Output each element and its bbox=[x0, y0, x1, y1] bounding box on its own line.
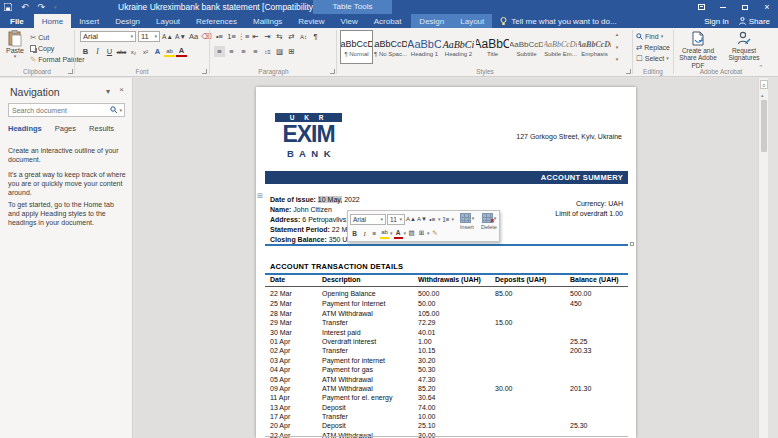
paste-dropdown-icon[interactable]: ▾ bbox=[3, 54, 27, 59]
mini-borders-button[interactable]: ⊞ bbox=[417, 228, 426, 239]
font-dialog-launcher[interactable] bbox=[202, 69, 207, 74]
bullets-button[interactable]: •≡ bbox=[214, 31, 225, 42]
font-size-combo[interactable]: 11▾ bbox=[138, 31, 160, 42]
superscript-button[interactable]: x² bbox=[140, 46, 151, 57]
mini-delete-table-button[interactable]: ×▾ Delete bbox=[478, 213, 500, 241]
styles-dialog-launcher[interactable] bbox=[626, 69, 631, 74]
change-case-button[interactable]: Aa bbox=[188, 31, 199, 42]
grow-font-button[interactable]: A▲ bbox=[162, 31, 173, 42]
detail-name-line[interactable]: Name: John Citizen bbox=[270, 205, 332, 215]
mini-highlight-button[interactable]: ab bbox=[380, 228, 389, 239]
tab-table-design[interactable]: Design bbox=[411, 14, 452, 28]
decrease-indent-button[interactable]: ⇤ bbox=[250, 31, 261, 42]
text-effects-button[interactable]: A bbox=[152, 46, 163, 57]
numbering-button[interactable]: 1≡ bbox=[226, 31, 237, 42]
italic-button[interactable]: I bbox=[92, 46, 103, 57]
select-button[interactable]: ☐Select▾ bbox=[636, 53, 670, 64]
show-paragraph-marks-button[interactable]: ¶ bbox=[310, 31, 321, 42]
collapse-ribbon-icon[interactable]: ⌃ bbox=[758, 64, 764, 72]
borders-button[interactable]: ⊞ bbox=[286, 46, 297, 57]
share-button[interactable]: Share bbox=[739, 17, 770, 26]
nav-tab-results[interactable]: Results bbox=[89, 124, 114, 133]
tell-me-box[interactable]: Tell me what you want to do... bbox=[492, 14, 624, 28]
mini-insert-table-button[interactable]: ▾ Insert bbox=[456, 213, 478, 241]
search-options-icon[interactable]: ▾ bbox=[119, 108, 122, 113]
style-subtle-emphasis[interactable]: AaBbCcDiSubtle Em... bbox=[544, 30, 577, 64]
mini-font-color-button[interactable]: A bbox=[394, 228, 403, 239]
shading-button[interactable]: ▨ bbox=[274, 46, 285, 57]
tab-review[interactable]: Review bbox=[290, 14, 332, 28]
multilevel-list-button[interactable]: ⋮≡ bbox=[238, 31, 249, 42]
styles-gallery-more-icon[interactable]: ▾ bbox=[616, 57, 619, 62]
style-title[interactable]: AaBbCTitle bbox=[476, 30, 509, 64]
style-heading2[interactable]: AaBbCiHeading 2 bbox=[442, 30, 475, 64]
tab-mailings[interactable]: Mailings bbox=[245, 14, 290, 28]
scrollbar-thumb[interactable] bbox=[761, 100, 767, 152]
search-icon[interactable] bbox=[110, 106, 118, 114]
style-no-spacing[interactable]: AaBbCcDc¶ No Spac... bbox=[374, 30, 407, 64]
bold-button[interactable]: B bbox=[80, 46, 91, 57]
style-emphasis[interactable]: AaBbCcDiEmphasis bbox=[578, 30, 611, 64]
tab-design[interactable]: Design bbox=[107, 14, 148, 28]
undo-icon[interactable]: ↶ bbox=[21, 2, 29, 12]
mini-shading-button[interactable]: ▨ bbox=[407, 228, 416, 239]
scroll-up-icon[interactable]: ▴ bbox=[761, 92, 764, 98]
rtl-direction-button[interactable]: ⇄ bbox=[286, 31, 297, 42]
paste-button[interactable]: Paste ▾ bbox=[3, 30, 27, 59]
document-page[interactable]: U K R EXIM B A N K 127 Gorkogo Street, K… bbox=[256, 87, 636, 438]
table-resize-handle[interactable] bbox=[630, 242, 634, 246]
paragraph-dialog-launcher[interactable] bbox=[330, 69, 335, 74]
highlight-button[interactable]: ab bbox=[164, 46, 175, 57]
mini-format-painter-button[interactable]: ✎ bbox=[431, 228, 440, 239]
tab-table-layout[interactable]: Layout bbox=[452, 14, 492, 28]
style-subtitle[interactable]: AaBbCcDSubtitle bbox=[510, 30, 543, 64]
tab-view[interactable]: View bbox=[333, 14, 366, 28]
sign-in-link[interactable]: Sign in bbox=[704, 17, 728, 26]
mini-align-button[interactable]: ≡ bbox=[370, 228, 379, 239]
create-share-pdf-button[interactable]: Create and Share Adobe PDF bbox=[675, 29, 721, 73]
detail-period-line[interactable]: Statement Period: 22 M bbox=[270, 225, 347, 235]
font-family-combo[interactable]: Arial▾ bbox=[80, 31, 136, 42]
line-spacing-button[interactable]: ↕≡ bbox=[262, 46, 273, 57]
ribbon-display-options-button[interactable] bbox=[690, 0, 712, 14]
mini-shrink-font-button[interactable]: A▼ bbox=[417, 214, 427, 225]
detail-right-column[interactable]: Currency: UAH Limit of overdraft 1.00 bbox=[555, 199, 623, 219]
nav-tab-headings[interactable]: Headings bbox=[8, 124, 42, 133]
clipboard-dialog-launcher[interactable] bbox=[68, 69, 73, 74]
ruler-toggle-icon[interactable]: ≡ bbox=[760, 80, 768, 89]
mini-font-combo[interactable]: Arial▾ bbox=[350, 214, 386, 225]
font-color-button[interactable]: A bbox=[176, 46, 187, 57]
find-button[interactable]: Find▾ bbox=[636, 31, 670, 42]
detail-address-line[interactable]: Address: 6 Petropavlivs bbox=[270, 215, 346, 225]
ltr-direction-button[interactable]: ⇆ bbox=[274, 31, 285, 42]
styles-scroll-down-icon[interactable]: ▾ bbox=[616, 45, 619, 50]
mini-numbering-button[interactable]: 1≡ bbox=[441, 214, 450, 225]
close-button[interactable]: × bbox=[756, 0, 778, 14]
align-right-button[interactable]: ≡ bbox=[238, 46, 249, 57]
selected-text[interactable]: 10 May, bbox=[318, 196, 342, 203]
navigation-search-box[interactable]: ▾ bbox=[8, 103, 125, 117]
tab-acrobat[interactable]: Acrobat bbox=[366, 14, 410, 28]
style-heading1[interactable]: AaBbCHeading 1 bbox=[408, 30, 441, 64]
align-left-button[interactable]: ≡ bbox=[214, 46, 225, 57]
style-normal[interactable]: AaBbCcDc¶ Normal bbox=[340, 30, 373, 64]
detail-date-line[interactable]: Date of issue: 10 May, 2022 bbox=[270, 195, 360, 205]
increase-indent-button[interactable]: ⇥ bbox=[262, 31, 273, 42]
align-center-button[interactable]: ≡ bbox=[226, 46, 237, 57]
underline-button[interactable]: U bbox=[104, 46, 115, 57]
vertical-scrollbar[interactable]: ≡ ▴ bbox=[758, 78, 768, 438]
mini-grow-font-button[interactable]: A▲ bbox=[406, 214, 416, 225]
tab-insert[interactable]: Insert bbox=[71, 14, 107, 28]
restore-button[interactable] bbox=[734, 0, 756, 14]
replace-button[interactable]: ⇄Replace bbox=[636, 42, 670, 53]
mini-bold-button[interactable]: B bbox=[350, 228, 359, 239]
search-input[interactable] bbox=[9, 107, 110, 114]
navigation-close-icon[interactable]: × bbox=[119, 85, 124, 94]
table-move-handle-icon[interactable]: ⊞ bbox=[257, 192, 265, 200]
shrink-font-button[interactable]: A▼ bbox=[175, 31, 186, 42]
transactions-table[interactable]: 22 MarOpening Balance500.0085.00500.0025… bbox=[270, 289, 628, 438]
qat-customize-icon[interactable]: ▾ bbox=[54, 5, 57, 10]
tab-references[interactable]: References bbox=[188, 14, 245, 28]
tab-home[interactable]: Home bbox=[34, 14, 71, 28]
mini-bullets-button[interactable]: •≡ bbox=[428, 214, 437, 225]
